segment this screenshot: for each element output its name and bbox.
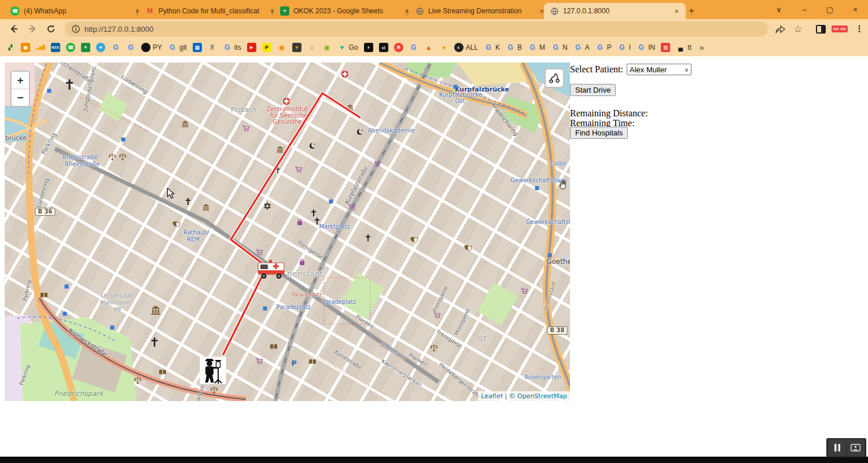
bookmark-item[interactable]: ▣ [21,43,30,52]
bookmark-item[interactable]: ◉ [322,43,332,52]
bookmark-label: P [607,43,612,52]
start-drive-button[interactable]: Start Drive [570,84,616,96]
bookmark-item[interactable]: ▾ [292,43,301,52]
bookmark-star-icon[interactable]: ☆ [790,22,806,36]
ambulance-marker[interactable] [258,259,288,281]
back-button[interactable] [7,22,21,36]
bookmark-favicon: ▶ [247,43,256,52]
osm-link[interactable]: © OpenStreetMap [509,392,567,400]
zoom-out-button[interactable]: − [12,89,29,106]
window-minimize-button[interactable]: – [792,0,817,19]
bookmark-item[interactable]: ▞ [6,43,15,52]
browser-tab[interactable]: MPython Code for Multi_classificat× [139,3,281,19]
forward-button[interactable] [25,22,39,36]
bookmark-item[interactable]: ♦ [439,43,448,52]
bottom-bar [0,457,868,463]
bookmark-item[interactable]: ◉ [277,43,286,52]
bookmark-item[interactable]: GB [506,43,522,52]
page-content: KirchenstraßeJungbuschprom.Luisenringdbr… [0,56,868,457]
side-panel-icon[interactable] [813,22,828,36]
route-layer [5,63,570,401]
bookmark-item[interactable]: Gits [223,43,241,52]
bookmark-favicon: G [168,43,177,52]
bookmark-item[interactable]: GIN [637,43,655,52]
bookmark-item[interactable]: GK [484,43,500,52]
bookmark-favicon: G [617,43,627,52]
bookmark-item[interactable]: ◐ALL [454,43,478,52]
bookmark-item[interactable]: ▲ [424,43,433,52]
browser-tab[interactable]: Live Streaming Demonstration× [409,3,551,19]
bookmark-item[interactable]: PY [141,43,162,52]
bookmark-favicon: ♜ [208,43,217,52]
bookmark-item[interactable]: Я [394,43,403,52]
bookmark-label: its [234,43,241,52]
window-maximize-button[interactable]: ▢ [817,0,843,19]
picture-in-picture-button[interactable] [847,439,865,456]
extension-badge-icon[interactable]: OK·OK [832,22,847,36]
patient-select[interactable]: Alex Muller ∨ [627,64,692,75]
new-tab-button[interactable]: + [685,4,698,18]
browser-tab[interactable]: +OKOK 2023 - Google Sheets× [274,3,416,19]
bookmark-item[interactable]: G [126,43,135,52]
bookmark-item[interactable]: ♥Go [337,43,358,52]
routing-control-button[interactable] [545,68,564,88]
bookmarks-bar: ▞▣▂▅█IEEE☎+✈GGPYGgit▦♜Gits▶P◉▾○◉♥Go◗clЯG… [0,39,868,56]
bookmark-favicon: ▾ [292,43,301,52]
bookmark-item[interactable]: ♜ [208,43,217,52]
browser-tab[interactable]: 127.0.0.1:8000× [544,3,686,19]
map[interactable]: KirchenstraßeJungbuschprom.Luisenringdbr… [5,63,570,401]
bookmark-item[interactable]: cl [379,43,388,52]
bookmark-item[interactable]: GP [595,43,612,52]
bookmark-label: IN [648,43,655,52]
route-icon [548,72,561,84]
address-bar[interactable]: http://127.0.0.1:8000 [65,21,768,36]
bookmark-item[interactable]: Ggit [168,43,187,52]
menu-icon[interactable]: ⋮ [852,22,867,36]
picture-in-picture-icon [851,444,860,451]
bookmark-favicon: ☎ [66,43,75,52]
bookmark-item[interactable]: ○ [307,43,317,52]
tab-title: (4) WhatsApp [24,7,130,15]
patient-marker[interactable] [200,357,226,384]
site-info-icon[interactable] [72,25,80,33]
bookmark-item[interactable]: ◗ [364,43,373,52]
browser-tab[interactable]: ☎(4) WhatsApp× [5,3,146,19]
zoom-in-button[interactable]: + [12,72,29,89]
leaflet-link[interactable]: Leaflet [481,392,502,400]
bookmark-item[interactable]: + [81,43,90,52]
bookmark-item[interactable]: P [262,43,271,52]
tab-separator [137,7,138,16]
tab-title: OKOK 2023 - Google Sheets [293,7,399,15]
find-hospitals-button[interactable]: Find Hospitals [570,127,628,139]
tab-close-icon[interactable]: × [673,7,680,16]
bookmark-favicon: G [595,43,605,52]
reload-button[interactable] [44,22,58,36]
bookmark-favicon: cl [379,43,388,52]
bookmark-item[interactable]: ✈ [96,43,105,52]
bookmark-item[interactable]: G [111,43,120,52]
bookmark-item[interactable]: IEEE [51,43,60,52]
pause-button[interactable] [828,439,846,456]
bookmark-item[interactable]: ▶ [247,43,256,52]
bookmark-item[interactable]: G [409,43,418,52]
bookmark-item[interactable]: ▥ [661,43,670,52]
bookmark-item[interactable]: GN [551,43,568,52]
bookmarks-overflow-chevron[interactable]: » [700,43,704,52]
bookmark-favicon: ▞ [6,43,15,52]
bookmark-favicon: G [223,43,232,52]
bookmark-item[interactable]: GI [617,43,631,52]
bookmark-item[interactable]: GA [573,43,590,52]
bookmark-favicon: ▄ [676,43,685,52]
bookmark-item[interactable]: ▂▅█ [36,43,45,52]
share-icon[interactable] [773,22,788,36]
bookmark-item[interactable]: ▄tt [676,43,692,52]
window-close-button[interactable]: × [843,0,868,19]
bookmark-item[interactable]: GM [528,43,545,52]
bookmark-item[interactable]: ☎ [66,43,75,52]
bookmark-favicon: G [409,43,418,52]
bookmark-label: K [495,43,500,52]
bookmark-favicon: ♦ [439,43,448,52]
window-chevron[interactable]: ∨ [766,0,792,19]
bookmark-favicon: ▂▅█ [36,43,45,52]
bookmark-item[interactable]: ▦ [193,43,202,52]
